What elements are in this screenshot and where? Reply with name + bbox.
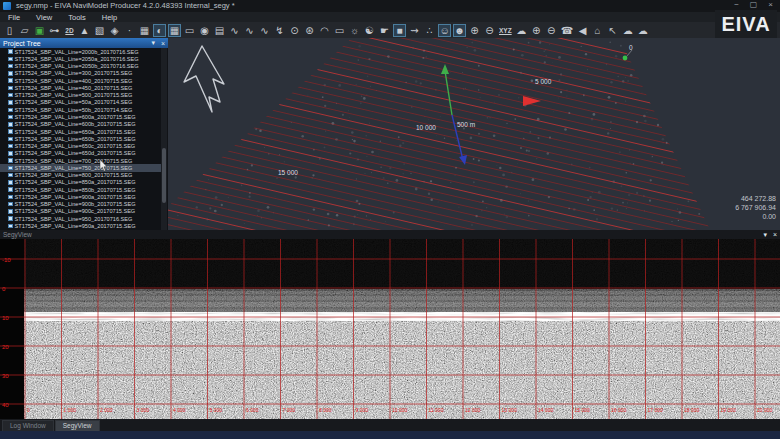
checkbox-checked-icon[interactable] — [8, 137, 13, 142]
tree-item[interactable]: ST17524_SBP_VAL_Line=650a_20170715.SEG — [0, 128, 161, 135]
smiley-negative-icon[interactable]: ☻ — [453, 24, 466, 37]
tree-item[interactable]: ST17524_SBP_VAL_Line=900a_20170715.SEG — [0, 193, 161, 200]
cursor-wave-icon[interactable]: ⇝ — [408, 24, 421, 37]
grid-terrain-icon[interactable]: ▦ — [168, 24, 181, 37]
select-cursor-icon[interactable]: ↖ — [606, 24, 619, 37]
monitor-icon[interactable]: ▭ — [183, 24, 196, 37]
checkbox-checked-icon[interactable] — [8, 86, 13, 91]
checkbox-checked-icon[interactable] — [8, 187, 13, 192]
maximize-button-icon[interactable]: ▢ — [748, 0, 759, 9]
tree-item[interactable]: ST17524_SBP_VAL_Line=600a_20170715.SEG — [0, 113, 161, 120]
checkbox-checked-icon[interactable] — [8, 78, 13, 83]
shield-dark-icon[interactable]: ⌂ — [591, 24, 604, 37]
tree-item[interactable]: ST17524_SBP_VAL_Line=450_20170715.SEG — [0, 84, 161, 91]
tree-item[interactable]: ST17524_SBP_VAL_Line=850a_20170715.SEG — [0, 179, 161, 186]
tree-scrollbar[interactable] — [161, 48, 167, 230]
phone-tool-icon[interactable]: ☎ — [560, 24, 574, 37]
point-remove-icon[interactable]: ⊖ — [483, 24, 496, 37]
checkbox-checked-icon[interactable] — [8, 209, 13, 214]
scatter-points-icon[interactable]: ∴ — [423, 24, 436, 37]
xyz-export-icon[interactable]: XYZ — [498, 24, 513, 37]
panel-close-icon[interactable]: × — [158, 40, 168, 47]
tree-item[interactable]: ST17524_SBP_VAL_Line=650c_20170715.SEG — [0, 142, 161, 149]
checkbox-checked-icon[interactable] — [8, 224, 13, 229]
view-2d-icon[interactable]: 2D — [63, 24, 76, 37]
solid-square-icon[interactable]: ■ — [393, 24, 406, 37]
speaker-tool-icon[interactable]: ◀ — [576, 24, 589, 37]
segy-seismic-viewport[interactable]: -1001020304001 0002 0003 0004 0005 0006 … — [0, 239, 780, 419]
dark-globe-icon[interactable]: ◐ — [153, 24, 166, 37]
point-add-icon[interactable]: ⊕ — [468, 24, 481, 37]
tree-item[interactable]: ST17524_SBP_VAL_Line=2000b_20170716.SEG — [0, 48, 161, 55]
cloud-sync-icon[interactable]: ☁ — [621, 24, 634, 37]
tree-item[interactable]: ST17524_SBP_VAL_Line=950a_20170715.SEG — [0, 222, 161, 229]
checkbox-checked-icon[interactable] — [8, 49, 13, 54]
view-3d-box-icon[interactable]: ▧ — [93, 24, 106, 37]
pan-hand-icon[interactable]: ☛ — [378, 24, 391, 37]
checkbox-checked-icon[interactable] — [8, 122, 13, 127]
tab-segyview[interactable]: SegyView — [55, 420, 100, 431]
grid-icon[interactable]: ▦ — [138, 24, 151, 37]
waveform-stack-icon[interactable]: ∿ — [258, 24, 271, 37]
tree-item[interactable]: ST17524_SBP_VAL_Line=900b_20170715.SEG — [0, 201, 161, 208]
tree-item[interactable]: ST17524_SBP_VAL_Line=650d_20170715.SEG — [0, 150, 161, 157]
tree-item[interactable]: ST17524_SBP_VAL_Line=700_20170715.SEG — [0, 157, 161, 164]
node-add-icon[interactable]: ⊕ — [530, 24, 543, 37]
location-pin-icon[interactable]: ⊙ — [288, 24, 301, 37]
menu-help[interactable]: Help — [94, 13, 125, 22]
checkbox-checked-icon[interactable] — [8, 144, 13, 149]
checkbox-checked-icon[interactable] — [8, 71, 13, 76]
checkbox-checked-icon[interactable] — [8, 195, 13, 200]
camera-icon[interactable]: ◉ — [198, 24, 211, 37]
route-waypoints-icon[interactable]: ↯ — [273, 24, 286, 37]
north-pointer-icon[interactable]: ▲ — [78, 24, 91, 37]
checkbox-checked-icon[interactable] — [8, 216, 13, 221]
connect-plug-icon[interactable]: ⊶ — [48, 24, 61, 37]
segy-panel-menu-icon[interactable]: ▾ — [760, 231, 770, 239]
menu-view[interactable]: View — [28, 13, 60, 22]
tree-item[interactable]: ST17524_SBP_VAL_Line=300_20170715.SEG — [0, 70, 161, 77]
checkbox-checked-icon[interactable] — [8, 151, 13, 156]
checkbox-checked-icon[interactable] — [8, 93, 13, 98]
tree-item[interactable]: ST17524_SBP_VAL_Line=50a_20170714.SEG — [0, 99, 161, 106]
rectangle-icon[interactable]: ▭ — [333, 24, 346, 37]
checkbox-checked-icon[interactable] — [8, 108, 13, 113]
open-folder-icon[interactable]: ▱ — [18, 24, 31, 37]
checkbox-checked-icon[interactable] — [8, 166, 13, 171]
curve-icon[interactable]: ◠ — [318, 24, 331, 37]
tree-item[interactable]: ST17524_SBP_VAL_Line=600b_20170715.SEG — [0, 121, 161, 128]
tree-scrollbar-thumb[interactable] — [162, 148, 166, 203]
globe-shield-icon[interactable]: ◈ — [108, 24, 121, 37]
location-pin-add-icon[interactable]: ⊛ — [303, 24, 316, 37]
tree-item[interactable]: ST17524_SBP_VAL_Line=500_20170715.SEG — [0, 92, 161, 99]
checkbox-checked-icon[interactable] — [8, 173, 13, 178]
cloud-globe-icon[interactable]: ☁ — [515, 24, 528, 37]
tree-item[interactable]: ST17524_SBP_VAL_Line=2050a_20170716.SEG — [0, 55, 161, 62]
waveform-multi-icon[interactable]: ∿ — [243, 24, 256, 37]
close-button-icon[interactable]: × — [765, 0, 776, 9]
checkbox-checked-icon[interactable] — [8, 57, 13, 62]
dropdown-dot-icon[interactable]: · — [123, 24, 136, 37]
segy-panel-close-icon[interactable]: × — [770, 231, 780, 238]
checkbox-checked-icon[interactable] — [8, 158, 13, 163]
survey-3d-viewport[interactable]: 5 00010 00015 000500 m0 464 272.88 6 767… — [168, 38, 780, 230]
minimize-button-icon[interactable]: − — [731, 0, 742, 9]
tree-item[interactable]: ST17524_SBP_VAL_Line=800_20170715.SEG — [0, 172, 161, 179]
checkbox-checked-icon[interactable] — [8, 64, 13, 69]
palette-icon[interactable]: ☯ — [363, 24, 376, 37]
brightness-icon[interactable]: ☼ — [348, 24, 361, 37]
menu-tools[interactable]: Tools — [60, 13, 94, 22]
checkbox-checked-icon[interactable] — [8, 100, 13, 105]
tree-item[interactable]: ST17524_SBP_VAL_Line=900c_20170715.SEG — [0, 208, 161, 215]
save-icon[interactable]: ▣ — [33, 24, 46, 37]
tree-item[interactable]: ST17524_SBP_VAL_Line=750_20170715.SEG — [0, 164, 161, 171]
tree-item[interactable]: ST17524_SBP_VAL_Line=400_20170715.SEG — [0, 77, 161, 84]
waveform-single-icon[interactable]: ∿ — [228, 24, 241, 37]
smiley-positive-icon[interactable]: ☺ — [438, 24, 451, 37]
tree-item[interactable]: ST17524_SBP_VAL_Line=950_20170716.SEG — [0, 215, 161, 222]
tab-log-window[interactable]: Log Window — [2, 420, 54, 431]
tree-item[interactable]: ST17524_SBP_VAL_Line=850b_20170715.SEG — [0, 186, 161, 193]
cloud-lock-icon[interactable]: ☁ — [636, 24, 649, 37]
checkbox-checked-icon[interactable] — [8, 180, 13, 185]
tree-item[interactable]: ST17524_SBP_VAL_Line=50b_20170714.SEG — [0, 106, 161, 113]
